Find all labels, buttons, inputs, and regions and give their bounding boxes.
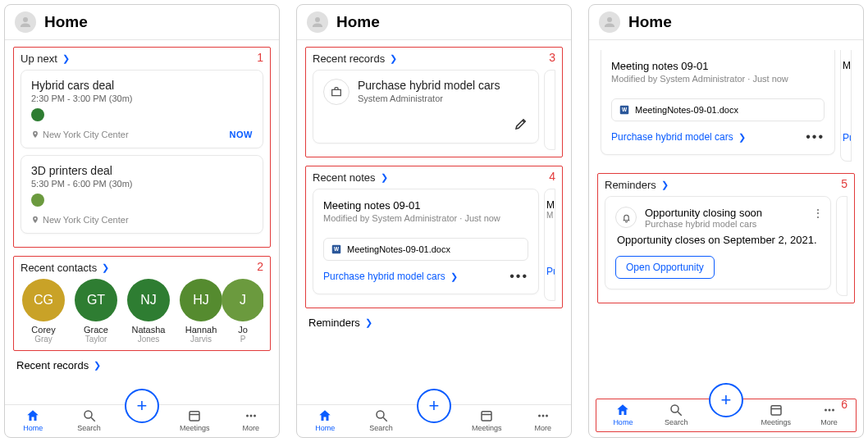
related-record-link[interactable]: Purchase hybrid model cars ❯ <box>611 131 746 143</box>
phone-screen-2: Home 3 Recent records ❯ Purchase hybrid … <box>296 4 572 438</box>
contact-first: Natasha <box>132 325 166 335</box>
tab-search[interactable]: Search <box>69 408 110 432</box>
contact-last: Jones <box>138 335 160 344</box>
recent-notes-section: 4 Recent notes ❯ Meeting notes 09-01 Mod… <box>305 166 563 308</box>
tab-label: Home <box>23 424 43 432</box>
contact-item[interactable]: GT Grace Taylor <box>73 279 119 344</box>
callout-number: 2 <box>257 260 263 273</box>
tab-label: Search <box>665 418 688 426</box>
note-attachment[interactable]: W MeetingNotes-09-01.docx <box>611 98 825 121</box>
app-header: Home <box>5 5 279 40</box>
note-attachment[interactable]: W MeetingNotes-09-01.docx <box>323 238 528 261</box>
meeting-card[interactable]: 3D printers deal 5:30 PM - 6:00 PM (30m)… <box>21 155 263 234</box>
tab-home[interactable]: Home <box>12 408 53 432</box>
contact-first: Corey <box>31 325 55 335</box>
svg-point-6 <box>254 415 256 417</box>
tab-home[interactable]: Home <box>602 403 643 426</box>
contact-avatar: GT <box>75 279 117 321</box>
related-record-link[interactable]: Purchase hybrid model cars ❯ <box>323 271 458 282</box>
note-card[interactable]: Meeting notes 09-01 Modified by System A… <box>313 189 539 294</box>
meeting-title: Hybrid cars deal <box>31 79 253 92</box>
more-icon <box>536 408 550 423</box>
peek-link: Pu <box>843 132 849 144</box>
tab-label: More <box>820 418 838 426</box>
note-card-peek[interactable]: M Pu <box>840 50 852 162</box>
home-icon <box>25 408 40 423</box>
svg-point-22 <box>825 409 827 412</box>
chevron-right-icon: ❯ <box>94 360 101 371</box>
tab-search[interactable]: Search <box>656 403 697 426</box>
svg-line-19 <box>678 412 682 416</box>
record-card[interactable]: Purchase hybrid model cars System Admini… <box>313 70 539 144</box>
svg-point-18 <box>671 405 678 412</box>
reminder-more-button[interactable]: ⋮ <box>812 207 824 220</box>
calendar-icon <box>769 403 783 417</box>
recent-contacts-header[interactable]: Recent contacts ❯ <box>21 262 263 274</box>
reminder-card-peek[interactable] <box>836 196 847 296</box>
meeting-card[interactable]: Hybrid cars deal 2:30 PM - 3:00 PM (30m)… <box>21 70 263 148</box>
svg-point-24 <box>832 409 834 412</box>
tab-home[interactable]: Home <box>304 408 345 432</box>
section-label: Reminders <box>605 179 656 191</box>
note-sub: Modified by System Administrator · Just … <box>611 74 825 84</box>
contact-item[interactable]: J Jo P <box>231 279 255 344</box>
contact-last: Gray <box>34 335 53 344</box>
attachment-name: MeetingNotes-09-01.docx <box>635 105 738 115</box>
more-actions-button[interactable]: ••• <box>509 269 528 284</box>
tab-meetings[interactable]: Meetings <box>756 403 797 426</box>
reminders-header[interactable]: Reminders ❯ <box>308 317 560 329</box>
bell-icon <box>615 207 637 228</box>
tab-label: More <box>534 424 551 432</box>
contact-item[interactable]: CG Corey Gray <box>21 279 66 344</box>
recent-notes-header[interactable]: Recent notes ❯ <box>313 171 555 184</box>
up-next-header[interactable]: Up next ❯ <box>21 52 263 65</box>
note-card-peek[interactable]: M M Pu <box>544 189 555 301</box>
contacts-row[interactable]: CG Corey Gray GT Grace Taylor NJ Natasha… <box>21 279 263 344</box>
contact-item[interactable]: NJ Natasha Jones <box>126 279 171 344</box>
phone-screen-1: Home 1 Up next ❯ Hybrid cars deal 2:30 P… <box>4 4 280 438</box>
note-sub: Modified by System Administrator · Just … <box>323 213 528 223</box>
peek-sub: M <box>546 211 553 220</box>
fab-add-button[interactable]: + <box>709 383 743 417</box>
recent-records-header[interactable]: Recent records ❯ <box>16 359 267 371</box>
screen-body: Meeting notes 09-01 Modified by System A… <box>589 40 863 399</box>
phone-screen-3: Home Meeting notes 09-01 Modified by Sys… <box>588 4 864 438</box>
tab-label: Meetings <box>472 424 502 432</box>
tab-bar: + Home Search Meetings More <box>297 404 571 437</box>
note-title: Meeting notes 09-01 <box>611 60 825 72</box>
record-card-peek[interactable] <box>544 70 555 150</box>
profile-avatar[interactable] <box>307 11 328 33</box>
person-icon <box>602 15 617 30</box>
profile-avatar[interactable] <box>599 11 620 33</box>
reminders-header[interactable]: Reminders ❯ <box>605 179 847 191</box>
tab-search[interactable]: Search <box>361 408 402 432</box>
edit-button[interactable] <box>514 116 528 134</box>
reminder-card[interactable]: ⋮ Opportunity closing soon Purchase hybr… <box>605 196 831 289</box>
profile-avatar[interactable] <box>15 11 36 33</box>
contact-item[interactable]: HJ Hannah Jarvis <box>178 279 224 344</box>
search-icon <box>669 403 683 417</box>
fab-add-button[interactable]: + <box>417 389 451 423</box>
note-title: Meeting notes 09-01 <box>323 199 528 212</box>
contact-last: Taylor <box>85 335 107 344</box>
page-title: Home <box>628 13 672 31</box>
more-actions-button[interactable]: ••• <box>806 130 825 144</box>
tab-more[interactable]: More <box>523 408 564 432</box>
tab-meetings[interactable]: Meetings <box>174 408 215 432</box>
svg-text:W: W <box>622 107 628 112</box>
peek-title: M <box>843 60 849 71</box>
record-title: Purchase hybrid model cars <box>358 79 500 92</box>
note-card[interactable]: Meeting notes 09-01 Modified by System A… <box>601 50 835 155</box>
open-opportunity-button[interactable]: Open Opportunity <box>615 256 715 279</box>
tab-more[interactable]: More <box>231 408 272 432</box>
calendar-icon <box>479 408 494 423</box>
fab-add-button[interactable]: + <box>125 389 159 423</box>
svg-point-0 <box>85 411 92 418</box>
svg-point-4 <box>246 415 249 417</box>
location-text: New York City Center <box>43 130 129 139</box>
link-text: Purchase hybrid model cars <box>323 271 445 282</box>
reminder-title: Opportunity closing soon <box>645 207 762 219</box>
tab-meetings[interactable]: Meetings <box>466 408 507 432</box>
recent-records-header[interactable]: Recent records ❯ <box>313 52 555 65</box>
callout-number: 4 <box>549 170 555 183</box>
